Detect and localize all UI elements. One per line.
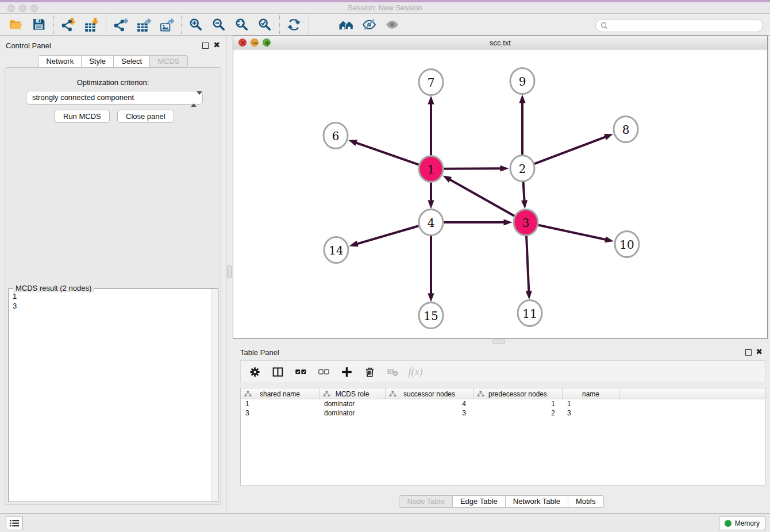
edge-arrow-1-4 — [428, 201, 434, 209]
network-minimize-button[interactable] — [251, 38, 259, 47]
memory-button[interactable]: Memory — [719, 516, 765, 530]
export-table-icon[interactable] — [132, 16, 155, 34]
float-panel-icon[interactable] — [202, 43, 209, 49]
column-header-name[interactable]: name — [563, 388, 619, 399]
column-header-successor-nodes[interactable]: successor nodes — [386, 388, 473, 399]
add-column-icon[interactable] — [340, 365, 353, 379]
edge-1-6[interactable] — [355, 142, 418, 165]
column-header-shared-name[interactable]: shared name — [241, 388, 319, 399]
horizontal-splitter-grabber[interactable] — [492, 340, 505, 344]
table-row[interactable]: 1dominator411 — [241, 399, 765, 408]
tab-network[interactable]: Network — [38, 55, 82, 68]
search-box[interactable] — [595, 19, 763, 32]
import-table-icon[interactable] — [80, 16, 103, 34]
export-network-icon[interactable] — [109, 16, 132, 34]
column-header-MCDS-role[interactable]: MCDS role — [319, 388, 386, 399]
close-panel-icon[interactable]: ✖ — [213, 40, 220, 49]
window-controls — [7, 5, 38, 12]
network-window-title: scc.txt — [233, 36, 767, 49]
cell[interactable]: 3 — [241, 408, 319, 418]
cell[interactable]: 1 — [241, 399, 319, 408]
tab-mcds[interactable]: MCDS — [150, 55, 187, 68]
zoom-in-icon[interactable] — [184, 16, 207, 34]
edge-2-8[interactable] — [534, 137, 606, 164]
gear-icon[interactable] — [248, 365, 261, 379]
show-all-icon[interactable] — [381, 16, 404, 34]
tab-style[interactable]: Style — [82, 55, 114, 68]
network-window-titlebar[interactable]: scc.txt — [233, 36, 767, 49]
close-table-panel-icon[interactable]: ✖ — [756, 347, 763, 356]
list-icon — [9, 519, 20, 527]
optimization-criterion-label: Optimization criterion: — [5, 78, 221, 87]
table-panel-title: Table Panel — [240, 348, 279, 357]
zoom-out-icon[interactable] — [207, 16, 230, 34]
node-label-14: 14 — [329, 244, 343, 257]
node-table[interactable]: shared nameMCDS rolesuccessor nodesprede… — [240, 388, 765, 485]
select-stepper-icon — [191, 93, 197, 103]
node-label-3: 3 — [522, 216, 530, 230]
delete-column-icon[interactable] — [363, 365, 376, 379]
result-scrollbar[interactable] — [211, 289, 218, 502]
network-close-button[interactable] — [238, 38, 247, 47]
cell[interactable]: 3 — [386, 408, 473, 418]
save-session-icon[interactable] — [28, 16, 51, 34]
network-maximize-button[interactable] — [263, 38, 271, 47]
app-titlebar: Session: New Session — [0, 2, 770, 14]
edge-1-2[interactable] — [444, 168, 501, 169]
close-panel-button[interactable]: Close panel — [117, 110, 174, 123]
cell[interactable]: 4 — [386, 399, 473, 408]
maximize-window-button[interactable] — [30, 5, 38, 12]
run-mcds-button[interactable]: Run MCDS — [55, 110, 110, 123]
cell[interactable]: dominator — [319, 399, 386, 408]
edge-2-3[interactable] — [523, 181, 524, 201]
minimize-window-button[interactable] — [19, 5, 26, 12]
edge-arrow-2-3 — [521, 200, 528, 209]
open-session-icon[interactable] — [5, 16, 28, 34]
network-canvas[interactable]: 7968124314101511 — [233, 49, 767, 338]
select-all-icon[interactable] — [294, 365, 307, 379]
node-label-11: 11 — [522, 307, 537, 321]
network-canvas-svg: 7968124314101511 — [233, 49, 767, 338]
deselect-all-icon[interactable] — [317, 365, 330, 379]
import-network-icon[interactable] — [57, 16, 80, 34]
edge-arrow-2-9 — [519, 95, 525, 103]
split-panel-icon[interactable] — [271, 365, 284, 379]
tab-node-table[interactable]: Node Table — [399, 495, 453, 508]
cell[interactable]: 3 — [563, 408, 619, 418]
edge-arrow-1-2 — [500, 165, 509, 172]
zoom-fit-icon[interactable] — [230, 16, 253, 34]
edge-3-1[interactable] — [449, 179, 515, 216]
edge-4-14[interactable] — [356, 226, 418, 244]
control-panel-title: Control Panel — [6, 41, 51, 50]
cell[interactable]: 1 — [563, 399, 619, 408]
edge-arrow-4-3 — [504, 219, 513, 225]
apply-layout-icon[interactable] — [283, 16, 306, 34]
close-window-button[interactable] — [7, 5, 15, 12]
duplicate-network-icon[interactable] — [312, 16, 335, 34]
zoom-selected-icon[interactable] — [253, 16, 276, 34]
task-history-button[interactable] — [6, 516, 23, 530]
status-bar: Memory — [0, 513, 770, 532]
first-neighbors-icon[interactable] — [335, 16, 358, 34]
tab-edge-table[interactable]: Edge Table — [453, 495, 506, 508]
tab-select[interactable]: Select — [114, 55, 150, 68]
tab-motifs[interactable]: Motifs — [568, 495, 604, 508]
cell[interactable]: dominator — [319, 408, 386, 418]
edge-3-11[interactable] — [526, 235, 529, 292]
cell[interactable]: 1 — [473, 399, 563, 408]
optimization-criterion-select[interactable]: strongly connected component — [26, 91, 203, 105]
search-input[interactable] — [611, 20, 763, 31]
cell[interactable]: 2 — [473, 408, 563, 418]
column-header-predecessor-nodes[interactable]: predecessor nodes — [473, 388, 563, 399]
hide-selected-icon[interactable] — [358, 16, 381, 34]
node-label-4: 4 — [428, 216, 435, 230]
vertical-splitter[interactable] — [226, 36, 233, 511]
mcds-result-list[interactable]: 1 3 — [9, 291, 211, 311]
float-table-panel-icon[interactable] — [745, 349, 752, 356]
table-row[interactable]: 3dominator323 — [241, 408, 765, 418]
edge-3-10[interactable] — [538, 225, 606, 240]
mcds-panel: Optimization criterion: strongly connect… — [5, 67, 221, 505]
export-image-icon[interactable] — [155, 16, 178, 34]
splitter-grabber[interactable] — [227, 265, 232, 278]
tab-network-table[interactable]: Network Table — [506, 495, 568, 508]
